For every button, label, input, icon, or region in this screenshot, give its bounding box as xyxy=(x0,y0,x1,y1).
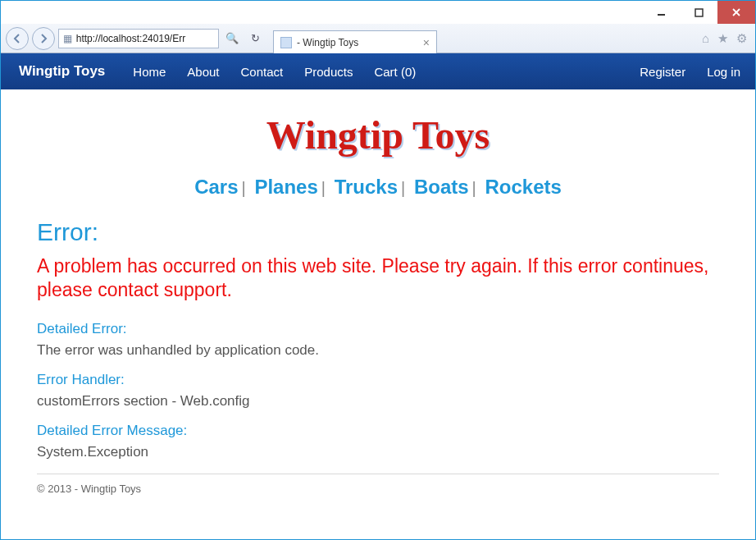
logo: Wingtip Toys xyxy=(34,112,722,158)
tools-icon[interactable]: ⚙ xyxy=(736,31,747,46)
cat-trucks[interactable]: Trucks xyxy=(335,176,398,198)
cat-planes[interactable]: Planes xyxy=(254,176,317,198)
refresh-button[interactable]: ↻ xyxy=(245,29,265,48)
nav-auth: Register Log in xyxy=(640,65,740,79)
minimize-button[interactable] xyxy=(642,1,680,24)
footer: © 2013 - Wingtip Toys xyxy=(34,483,722,506)
divider xyxy=(37,474,719,474)
command-icons: ⌂ ★ ⚙ xyxy=(702,31,750,46)
favorites-icon[interactable]: ★ xyxy=(717,31,728,46)
sep: | xyxy=(398,179,408,197)
nav-contact[interactable]: Contact xyxy=(241,65,284,79)
nav-cart[interactable]: Cart (0) xyxy=(374,65,416,79)
brand[interactable]: Wingtip Toys xyxy=(19,63,105,80)
error-handler-label: Error Handler: xyxy=(37,372,719,388)
search-dropdown-icon[interactable]: 🔍 xyxy=(222,29,242,48)
page-body: Wingtip Toys Cars| Planes| Trucks| Boats… xyxy=(34,89,722,515)
cat-rockets[interactable]: Rockets xyxy=(485,176,561,198)
page-icon: ▦ xyxy=(62,33,73,44)
nav-links: Home About Contact Products Cart (0) xyxy=(133,65,416,79)
svg-rect-1 xyxy=(695,9,703,16)
detailed-msg-label: Detailed Error Message: xyxy=(37,423,719,439)
browser-tab[interactable]: - Wingtip Toys × xyxy=(273,30,437,53)
tab-title: - Wingtip Toys xyxy=(297,37,358,48)
url-input[interactable] xyxy=(76,33,215,44)
error-heading: Error: xyxy=(34,218,722,246)
favicon xyxy=(280,37,292,48)
detailed-error-value: The error was unhandled by application c… xyxy=(37,342,719,359)
tab-close-icon[interactable]: × xyxy=(423,36,430,49)
detailed-msg-value: System.Exception xyxy=(37,444,719,460)
nav-login[interactable]: Log in xyxy=(707,65,740,79)
sep: | xyxy=(318,179,329,197)
home-icon[interactable]: ⌂ xyxy=(702,31,709,46)
browser-window: ▦ 🔍 ↻ - Wingtip Toys × ⌂ ★ ⚙ Wingtip Toy… xyxy=(0,0,756,540)
close-button[interactable] xyxy=(717,1,755,24)
nav-products[interactable]: Products xyxy=(304,65,353,79)
back-button[interactable] xyxy=(6,27,29,50)
nav-register[interactable]: Register xyxy=(640,65,685,79)
error-message: A problem has occurred on this web site.… xyxy=(34,254,722,303)
forward-button[interactable] xyxy=(32,27,55,50)
cat-boats[interactable]: Boats xyxy=(414,176,469,198)
category-links: Cars| Planes| Trucks| Boats| Rockets xyxy=(34,176,722,199)
maximize-button[interactable] xyxy=(680,1,717,24)
address-bar[interactable]: ▦ xyxy=(58,29,219,48)
tab-strip: - Wingtip Toys × xyxy=(268,24,699,53)
nav-home[interactable]: Home xyxy=(133,65,166,79)
sep: | xyxy=(469,179,480,197)
sep: | xyxy=(239,179,249,197)
error-handler-value: customErrors section - Web.config xyxy=(37,393,719,410)
site-navbar: Wingtip Toys Home About Contact Products… xyxy=(1,53,755,89)
titlebar xyxy=(1,1,755,24)
viewport: Wingtip Toys Home About Contact Products… xyxy=(1,53,755,539)
nav-about[interactable]: About xyxy=(187,65,219,79)
cat-cars[interactable]: Cars xyxy=(194,176,238,198)
detailed-error-label: Detailed Error: xyxy=(37,321,719,337)
browser-toolbar: ▦ 🔍 ↻ - Wingtip Toys × ⌂ ★ ⚙ xyxy=(1,24,755,53)
